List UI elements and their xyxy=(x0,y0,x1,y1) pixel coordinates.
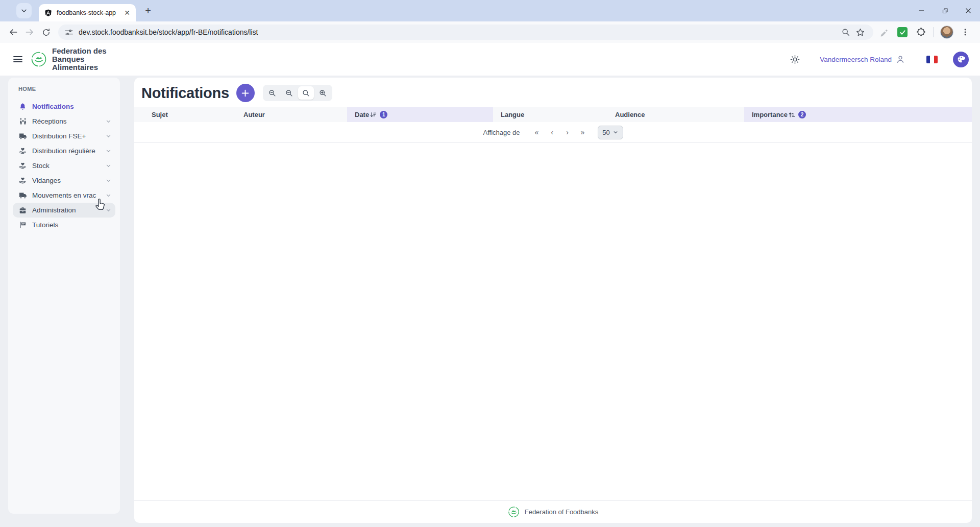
truck-icon xyxy=(18,192,27,199)
extensions-puzzle-icon[interactable] xyxy=(913,25,928,40)
angular-favicon xyxy=(44,9,53,17)
last-page-icon[interactable]: » xyxy=(575,125,591,139)
hand-heart-icon xyxy=(18,147,27,155)
screen: foodbanks-stock-app ✕ + dev xyxy=(0,0,980,527)
chevron-down-icon xyxy=(106,207,111,213)
hand-heart-icon xyxy=(18,162,27,170)
column-header-audience[interactable]: Audience xyxy=(607,107,744,122)
sidebar-item-stock[interactable]: Stock xyxy=(13,158,115,173)
table-header-row: Sujet Auteur Date 1 Langue Audience xyxy=(134,107,972,122)
back-icon[interactable] xyxy=(5,24,21,40)
toolbox-icon xyxy=(18,207,27,214)
sort-order-badge: 1 xyxy=(380,111,387,118)
sidebar-item-label: Stock xyxy=(32,162,50,170)
sidebar-item-receptions[interactable]: Réceptions xyxy=(13,114,115,129)
pagination-label: Affichage de xyxy=(483,129,520,136)
browser-menu-icon[interactable] xyxy=(958,25,973,40)
sidebar-item-vidanges[interactable]: Vidanges xyxy=(13,173,115,188)
sidebar-item-label: Administration xyxy=(32,206,76,214)
chevron-down-icon xyxy=(106,193,111,198)
truck-icon xyxy=(18,133,27,140)
previous-page-icon[interactable]: ‹ xyxy=(545,125,560,139)
window-minimize-button[interactable] xyxy=(910,0,933,21)
people-carry-icon xyxy=(18,117,27,125)
footer-text: Federation of Foodbanks xyxy=(525,508,599,516)
extensions-area xyxy=(876,25,975,40)
sidebar-item-distribution-fse[interactable]: Distribution FSE+ xyxy=(13,129,115,143)
sidebar-item-notifications[interactable]: Notifications xyxy=(13,99,115,114)
foodbank-footer-logo xyxy=(508,506,520,518)
browser-toolbar: dev.stock.foodbanksit.be/stock/app/fr-BE… xyxy=(0,21,980,43)
sidebar-item-administration[interactable]: Administration xyxy=(13,203,115,218)
column-header-date[interactable]: Date 1 xyxy=(347,107,493,122)
browser-tabstrip: foodbanks-stock-app ✕ + xyxy=(0,0,980,21)
extension-icon[interactable] xyxy=(876,25,892,40)
browser-profile-avatar[interactable] xyxy=(939,25,954,40)
sidebar-item-label: Mouvements en vrac xyxy=(32,191,96,199)
zoom-out-icon[interactable] xyxy=(281,86,297,100)
column-header-importance[interactable]: Importance 2 xyxy=(744,107,972,122)
extension-check-icon[interactable] xyxy=(895,25,910,40)
sidebar-item-mouvements-en-vrac[interactable]: Mouvements en vrac xyxy=(13,188,115,203)
palette-icon xyxy=(957,55,966,64)
sidebar-item-tutoriels[interactable]: Tutoriels xyxy=(13,218,115,232)
browser-tab[interactable]: foodbanks-stock-app ✕ xyxy=(39,4,136,21)
zoom-in-icon[interactable] xyxy=(315,86,331,100)
next-page-icon[interactable]: › xyxy=(560,125,575,139)
sidebar-item-distribution-reguliere[interactable]: Distribution régulière xyxy=(13,143,115,158)
column-header-sujet[interactable]: Sujet xyxy=(134,107,236,122)
page-size-select[interactable]: 50 xyxy=(598,126,623,139)
chevron-down-icon xyxy=(20,7,28,14)
sidebar-item-label: Tutoriels xyxy=(32,221,58,229)
pagination-bar: Affichage de « ‹ › » 50 xyxy=(134,122,972,143)
density-zoom-control xyxy=(263,85,332,101)
tab-close-icon[interactable]: ✕ xyxy=(122,8,132,17)
sidebar-item-label: Distribution régulière xyxy=(32,147,95,155)
sort-ascending-icon xyxy=(789,112,795,118)
sidebar-item-label: Réceptions xyxy=(32,117,67,125)
chevron-down-icon xyxy=(106,178,111,183)
bookmark-star-icon[interactable] xyxy=(853,25,867,39)
chevron-down-icon xyxy=(106,148,111,154)
toolbar-separator xyxy=(934,27,934,37)
chevron-down-icon xyxy=(106,133,111,139)
window-controls xyxy=(910,0,980,21)
plus-icon xyxy=(241,89,250,98)
site-settings-icon[interactable] xyxy=(64,29,74,36)
sidebar: HOME Notifications Réceptions xyxy=(8,78,120,514)
url-bar[interactable]: dev.stock.foodbanksit.be/stock/app/fr-BE… xyxy=(58,25,873,40)
sort-descending-icon xyxy=(370,112,377,118)
sidebar-section-label: HOME xyxy=(8,86,120,92)
user-icon[interactable] xyxy=(896,55,905,64)
sort-order-badge: 2 xyxy=(798,111,806,118)
app-header: Federation des Banques Alimentaires Vand… xyxy=(0,43,980,76)
main-panel: Notifications xyxy=(134,78,972,523)
bell-icon xyxy=(18,103,27,110)
hand-heart-icon xyxy=(18,177,27,184)
new-tab-button[interactable]: + xyxy=(141,4,155,18)
user-name-link[interactable]: Vandermeersch Roland xyxy=(820,56,892,63)
first-page-icon[interactable]: « xyxy=(529,125,545,139)
zoom-out-small-icon[interactable] xyxy=(264,86,280,100)
language-flag-fr[interactable] xyxy=(926,56,938,63)
chevron-down-icon xyxy=(613,130,618,135)
column-header-langue[interactable]: Langue xyxy=(493,107,607,122)
url-text[interactable]: dev.stock.foodbanksit.be/stock/app/fr-BE… xyxy=(79,28,839,36)
tab-search-button[interactable] xyxy=(16,3,32,18)
window-close-button[interactable] xyxy=(957,0,980,21)
chevron-down-icon xyxy=(106,118,111,124)
column-header-auteur[interactable]: Auteur xyxy=(236,107,347,122)
zoom-indicator-icon[interactable] xyxy=(839,25,853,39)
tutorial-icon xyxy=(18,221,27,229)
forward-icon[interactable] xyxy=(21,24,38,40)
app-footer: Federation of Foodbanks xyxy=(134,500,972,523)
menu-toggle-icon[interactable] xyxy=(10,52,26,67)
chevron-down-icon xyxy=(106,163,111,169)
window-restore-button[interactable] xyxy=(933,0,957,21)
user-avatar-palette-button[interactable] xyxy=(953,52,969,67)
theme-toggle-sun-icon[interactable] xyxy=(787,52,802,67)
tab-title: foodbanks-stock-app xyxy=(57,9,122,16)
add-notification-button[interactable] xyxy=(236,84,255,102)
reload-icon[interactable] xyxy=(38,24,54,40)
zoom-default-icon[interactable] xyxy=(298,86,314,100)
